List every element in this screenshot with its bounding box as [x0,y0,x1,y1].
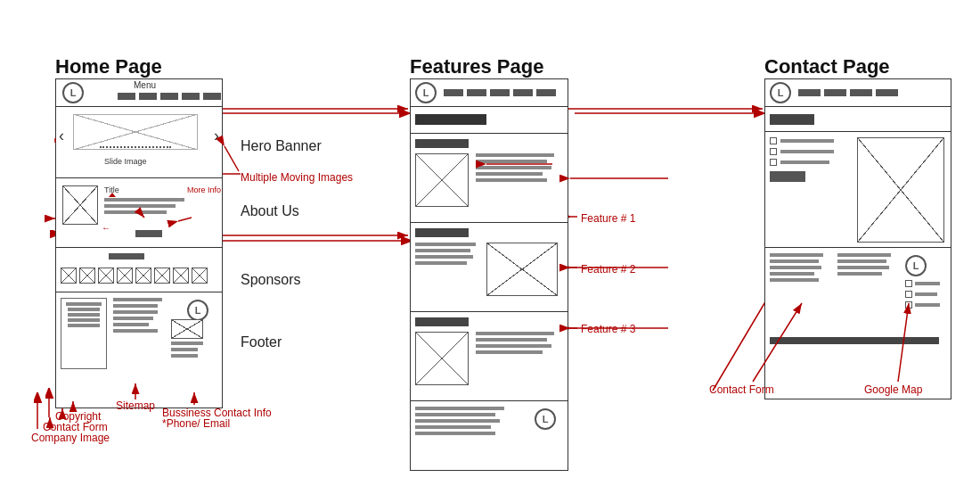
home-more-info-label: More Info [187,185,221,194]
home-sponsors-section [55,248,223,292]
features-nav: L [410,78,568,107]
contact-checkboxes [905,280,940,312]
home-nav-item3 [160,93,178,100]
features-nav-item2 [467,89,486,96]
features-footer-text [415,407,522,438]
svg-line-33 [225,146,239,171]
features-feature3-label: Feature # 3 [581,323,635,335]
home-about-section: Title More Info ← [55,178,223,248]
contact-text-col1 [770,253,832,284]
home-nav-item2 [139,93,157,100]
home-sponsors-row [61,268,208,284]
features-footer: L [410,401,568,471]
diagram-container: Home Page L Menu ‹ › Slide Image [0,0,980,494]
contact-hero-bar [770,114,814,125]
contact-form-btn [770,171,805,182]
feat3-bar [415,317,469,326]
feat1-bar [415,139,469,148]
features-page-title: Features Page [410,55,543,78]
home-footer-text [113,298,167,335]
feat3-text [476,332,561,357]
home-about-lines [104,198,193,217]
contact-bottom-logo: L [905,255,927,276]
features-logo: L [415,82,437,103]
home-footer-right [171,319,216,360]
home-nav-bar: L Menu [55,78,223,107]
features-section1 [410,134,568,223]
features-nav-item4 [513,89,533,96]
home-slide-image-label: Slide Image [104,157,147,166]
home-company-image-label: Company Image [31,432,110,444]
features-section3 [410,312,568,401]
home-about-btn [135,230,162,237]
features-feature2-label: Feature # 2 [581,263,635,276]
home-title-arrow [109,193,116,197]
features-nav-item1 [444,89,463,96]
contact-nav-item1 [798,89,821,96]
contact-top-content [764,132,951,248]
features-nav-item3 [490,89,510,96]
contact-nav: L [764,78,951,107]
home-sitemap-label: Sitemap [116,399,155,412]
feat2-image [486,243,558,296]
home-slide-right[interactable]: › [214,127,219,145]
features-page-info-bar: Page Info [410,107,568,134]
contact-google-map-label: Google Map [864,383,922,396]
home-nav-item5 [203,93,221,100]
contact-map-box [857,137,944,243]
contact-logo: L [770,82,791,103]
feat1-text [476,153,561,185]
home-footer-section: L [55,292,223,408]
home-about-image [62,185,98,225]
features-nav-item5 [536,89,556,96]
home-footer-logo: L [187,300,208,321]
contact-nav-item2 [824,89,846,96]
features-footer-logo: L [535,408,556,430]
contact-nav-item4 [876,89,898,96]
home-menu-label: Menu [134,80,156,90]
contact-text-col2 [837,253,900,278]
home-about-left-arrow: ← [102,223,110,233]
home-sitemap-box [61,298,107,369]
contact-form-label: Contact Form [709,383,774,396]
features-section2 [410,223,568,312]
feat3-image [415,332,469,385]
home-multiple-images-label: Multiple Moving Images [241,171,353,184]
home-logo: L [62,82,84,103]
home-slide-left[interactable]: ‹ [59,127,64,145]
home-hero-label: Hero Banner [241,138,322,154]
features-page-info-bar-fill [415,114,486,125]
home-page-title: Home Page [55,55,162,78]
feat1-image [415,153,469,207]
contact-footer-bar [770,337,939,344]
feat2-bar [415,228,469,237]
contact-nav-item3 [850,89,872,96]
home-nav-item1 [118,93,135,100]
home-sponsors-bar [109,253,144,259]
home-footer-label: Footer [241,334,282,350]
home-hero-section: ‹ › Slide Image [55,107,223,178]
home-nav-item4 [182,93,200,100]
contact-hero [764,107,951,132]
home-business-contact-label2: *Phone/ Email [162,417,230,430]
contact-bottom-content: L [764,248,951,399]
home-about-label: About Us [241,203,299,219]
home-sponsors-label: Sponsors [241,272,301,288]
feat2-text [415,243,483,268]
features-feature1-label: Feature # 1 [581,212,635,225]
home-slide-x [73,114,198,150]
contact-page-title: Contact Page [764,55,890,78]
contact-form-area [770,137,850,243]
